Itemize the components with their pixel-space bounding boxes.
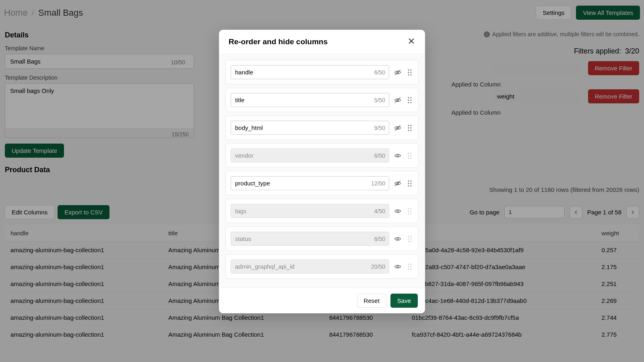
drag-handle[interactable] [406,124,413,132]
svg-point-3 [411,69,412,70]
svg-point-51 [408,241,409,242]
drag-handle[interactable] [406,180,413,187]
column-char-count: 12/50 [371,180,385,187]
svg-point-44 [408,213,409,214]
svg-point-37 [408,185,409,186]
toggle-visibility-button[interactable] [394,235,401,243]
svg-point-4 [408,72,409,73]
svg-point-56 [408,266,409,267]
svg-point-58 [408,268,409,269]
svg-point-47 [408,236,409,237]
eye-off-icon [394,180,401,187]
column-name-wrap: 4/50 [231,204,389,218]
svg-point-6 [408,74,409,75]
save-button[interactable]: Save [390,294,418,308]
toggle-visibility-button[interactable] [394,208,401,215]
drag-handle-icon [407,263,412,270]
eye-icon [394,152,401,159]
svg-point-7 [411,74,412,75]
column-name-wrap: 5/50 [231,93,389,107]
column-char-count: 6/50 [374,236,385,242]
svg-point-10 [408,97,409,98]
modal-overlay[interactable]: Re-order and hide columns 6/50 5/50 9/50 [0,0,644,362]
toggle-visibility-button[interactable] [394,69,401,76]
svg-point-49 [408,238,409,239]
column-name-input[interactable] [231,93,389,107]
svg-point-40 [408,208,409,209]
modal-close-button[interactable] [407,37,415,47]
svg-point-33 [408,180,409,181]
svg-line-17 [395,125,400,131]
column-config-row: 12/50 [225,171,419,195]
svg-point-11 [411,97,412,98]
svg-point-19 [411,125,412,126]
svg-point-59 [411,268,412,269]
svg-point-24 [397,154,399,156]
toggle-visibility-button[interactable] [394,97,401,104]
column-name-input[interactable] [231,65,389,79]
reorder-columns-modal: Re-order and hide columns 6/50 5/50 9/50 [219,30,425,313]
svg-point-50 [411,238,412,239]
drag-handle[interactable] [406,97,413,104]
svg-line-9 [395,97,400,103]
drag-handle-icon [407,208,412,215]
svg-point-28 [411,155,412,156]
svg-point-13 [411,99,412,101]
svg-point-41 [411,208,412,209]
drag-handle-icon [407,235,412,243]
column-config-row: 6/50 [225,143,419,168]
svg-point-22 [408,130,409,131]
svg-point-2 [408,69,409,70]
column-char-count: 20/50 [371,263,385,270]
column-name-input [231,259,389,274]
svg-point-52 [411,241,412,242]
close-icon [407,37,415,45]
drag-handle [406,152,413,159]
column-name-input[interactable] [231,121,389,135]
svg-point-21 [411,127,412,128]
svg-point-36 [411,183,412,184]
eye-icon [394,235,401,243]
eye-icon [394,208,401,215]
modal-title: Re-order and hide columns [229,37,328,46]
svg-point-29 [408,157,409,158]
svg-point-18 [408,125,409,126]
eye-icon [394,263,401,270]
svg-point-30 [411,157,412,158]
eye-off-icon [394,97,401,104]
svg-point-53 [397,265,399,267]
svg-point-25 [408,152,409,154]
toggle-visibility-button[interactable] [394,124,401,132]
svg-point-34 [411,180,412,181]
toggle-visibility-button[interactable] [394,152,401,159]
column-name-wrap: 6/50 [231,148,389,162]
eye-off-icon [394,124,401,132]
svg-line-1 [395,70,400,75]
column-name-wrap: 6/50 [231,65,389,79]
svg-point-39 [397,210,399,212]
column-name-input[interactable] [231,176,389,190]
svg-point-46 [397,238,399,240]
column-name-wrap: 12/50 [231,176,389,190]
svg-point-14 [408,102,409,103]
svg-point-57 [411,266,412,267]
column-config-row: 6/50 [225,226,419,251]
drag-handle-icon [407,124,412,132]
toggle-visibility-button[interactable] [394,263,401,270]
svg-point-5 [411,72,412,73]
svg-point-42 [408,210,409,212]
modal-footer: Reset Save [219,288,425,313]
column-config-row: 4/50 [225,199,419,223]
column-name-wrap: 6/50 [231,232,389,246]
column-name-input [231,232,389,246]
column-char-count: 9/50 [374,125,385,131]
column-config-row: 20/50 [225,254,419,279]
svg-point-12 [408,99,409,101]
svg-line-32 [395,181,400,186]
toggle-visibility-button[interactable] [394,180,401,187]
drag-handle-icon [407,69,412,76]
svg-point-23 [411,130,412,131]
reset-button[interactable]: Reset [357,294,386,308]
drag-handle[interactable] [406,69,413,76]
column-char-count: 4/50 [374,208,385,214]
